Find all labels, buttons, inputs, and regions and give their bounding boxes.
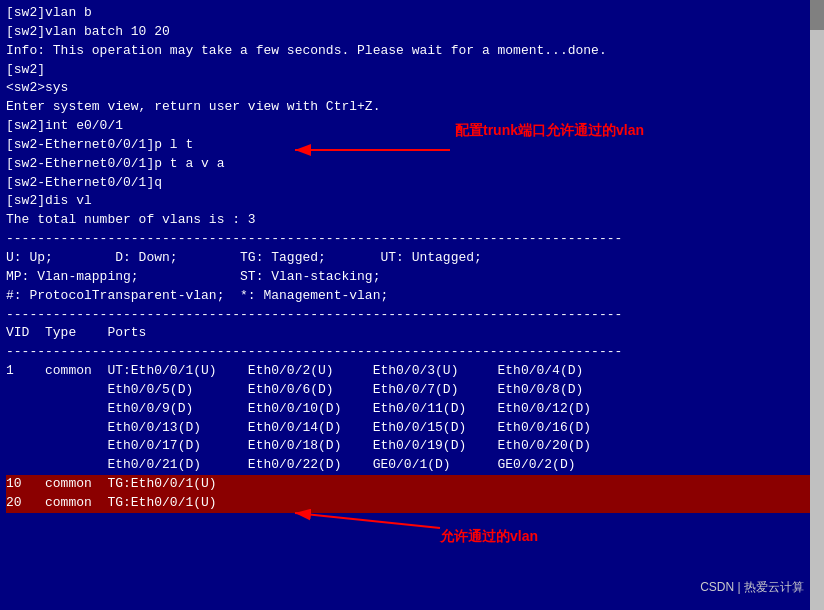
- terminal-line: Eth0/0/9(D) Eth0/0/10(D) Eth0/0/11(D) Et…: [6, 400, 818, 419]
- terminal-line: U: Up; D: Down; TG: Tagged; UT: Untagged…: [6, 249, 818, 268]
- terminal-line: <sw2>sys: [6, 79, 818, 98]
- terminal-line: Info: This operation may take a few seco…: [6, 42, 818, 61]
- terminal-line: ----------------------------------------…: [6, 343, 818, 362]
- vlan20-row: 20 common TG:Eth0/0/1(U): [6, 494, 818, 513]
- scrollbar-thumb[interactable]: [810, 0, 824, 30]
- terminal-line: VID Type Ports: [6, 324, 818, 343]
- terminal-line: Eth0/0/5(D) Eth0/0/6(D) Eth0/0/7(D) Eth0…: [6, 381, 818, 400]
- terminal-line: The total number of vlans is : 3: [6, 211, 818, 230]
- trunk-annotation-label: 配置trunk端口允许通过的vlan: [455, 120, 644, 142]
- terminal-line: [sw2-Ethernet0/0/1]p t a v a: [6, 155, 818, 174]
- terminal-line: [sw2]int e0/0/1: [6, 117, 818, 136]
- terminal: [sw2]vlan b[sw2]vlan batch 10 20Info: Th…: [0, 0, 824, 610]
- terminal-line: [sw2-Ethernet0/0/1]p l t: [6, 136, 818, 155]
- terminal-line: MP: Vlan-mapping; ST: Vlan-stacking;: [6, 268, 818, 287]
- scrollbar[interactable]: [810, 0, 824, 610]
- terminal-line: Eth0/0/17(D) Eth0/0/18(D) Eth0/0/19(D) E…: [6, 437, 818, 456]
- terminal-line: [sw2]vlan batch 10 20: [6, 23, 818, 42]
- terminal-line: 1 common UT:Eth0/0/1(U) Eth0/0/2(U) Eth0…: [6, 362, 818, 381]
- terminal-line: Enter system view, return user view with…: [6, 98, 818, 117]
- terminal-line: ----------------------------------------…: [6, 306, 818, 325]
- terminal-line: [sw2]: [6, 61, 818, 80]
- terminal-line: ----------------------------------------…: [6, 230, 818, 249]
- terminal-line: #: ProtocolTransparent-vlan; *: Manageme…: [6, 287, 818, 306]
- watermark: CSDN | 热爱云计算: [700, 579, 804, 596]
- terminal-line: Eth0/0/21(D) Eth0/0/22(D) GE0/0/1(D) GE0…: [6, 456, 818, 475]
- terminal-line: [sw2]dis vl: [6, 192, 818, 211]
- terminal-line: Eth0/0/13(D) Eth0/0/14(D) Eth0/0/15(D) E…: [6, 419, 818, 438]
- svg-line-3: [295, 513, 440, 528]
- terminal-line: [sw2]vlan b: [6, 4, 818, 23]
- terminal-line: [sw2-Ethernet0/0/1]q: [6, 174, 818, 193]
- vlan-annotation-label: 允许通过的vlan: [440, 526, 538, 548]
- terminal-output: [sw2]vlan b[sw2]vlan batch 10 20Info: Th…: [6, 4, 818, 475]
- vlan10-row: 10 common TG:Eth0/0/1(U): [6, 475, 818, 494]
